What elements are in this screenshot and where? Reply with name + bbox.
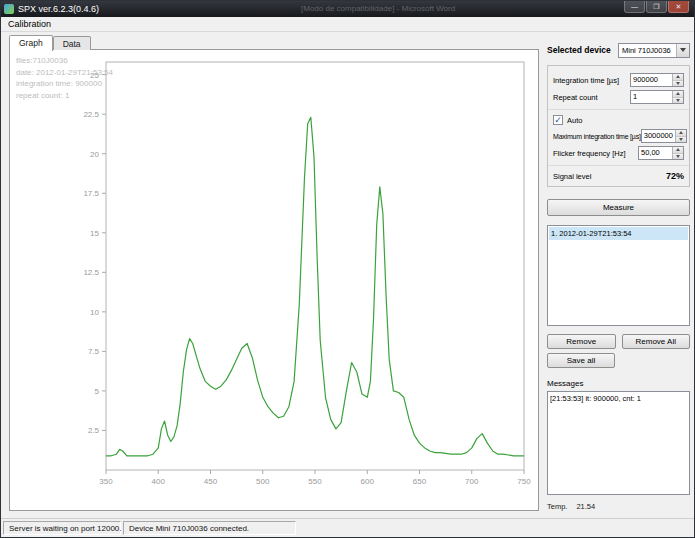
window-controls: — ❐ ✕ — [623, 1, 689, 13]
flicker-frequency-row: Flicker frequency [Hz] 50,00 — [553, 146, 684, 160]
menu-bar: Calibration — [1, 17, 694, 32]
repeat-count-label: Repeat count — [553, 93, 598, 102]
app-window: SPX ver.6.2.3(0.4.6) [Modo de compatibil… — [0, 0, 695, 538]
svg-text:2.5: 2.5 — [88, 426, 100, 435]
measurement-annotation: files:710J0036 date: 2012-01-29T21:53:54… — [16, 55, 113, 101]
device-select[interactable]: Mini 710J0036 — [618, 43, 690, 58]
integration-time-spinner[interactable]: 900000 — [630, 73, 684, 87]
status-server: Server is waiting on port 12000. — [3, 521, 121, 535]
flicker-frequency-spinner[interactable]: 50,00 — [638, 146, 684, 160]
control-panel: Selected device Mini 710J0036 Integratio… — [547, 42, 690, 511]
auto-label: Auto — [567, 116, 582, 125]
annotation-file: files:710J0036 — [16, 55, 113, 67]
spin-down-icon[interactable] — [673, 98, 683, 104]
svg-text:650: 650 — [413, 477, 427, 486]
signal-level-label: Signal level — [553, 172, 591, 181]
messages-label: Messages — [547, 379, 690, 388]
window-title: SPX ver.6.2.3(0.4.6) — [18, 4, 99, 14]
svg-text:400: 400 — [152, 477, 166, 486]
spin-down-icon[interactable] — [673, 154, 683, 160]
auto-row: ✓ Auto — [553, 115, 684, 125]
divider — [548, 165, 689, 166]
svg-text:450: 450 — [204, 477, 218, 486]
svg-text:550: 550 — [308, 477, 322, 486]
svg-text:600: 600 — [361, 477, 375, 486]
acquisition-settings-group: Integration time [µs] 900000 Repeat coun… — [547, 65, 690, 187]
app-icon — [4, 4, 14, 14]
minimize-button[interactable]: — — [624, 1, 645, 13]
svg-text:12.5: 12.5 — [83, 268, 99, 277]
repeat-count-spinner[interactable]: 1 — [630, 90, 684, 104]
remove-button[interactable]: Remove — [547, 334, 616, 349]
annotation-repeat-count: repeat count: 1 — [16, 90, 113, 102]
measurement-list[interactable]: 1. 2012-01-29T21:53:54 — [547, 225, 690, 326]
tab-graph[interactable]: Graph — [9, 35, 53, 51]
close-button[interactable]: ✕ — [668, 1, 689, 13]
divider — [548, 109, 689, 110]
svg-text:20: 20 — [90, 150, 99, 159]
list-buttons-row: Remove Remove All — [547, 334, 690, 349]
integration-time-label: Integration time [µs] — [553, 76, 619, 85]
status-bar: Server is waiting on port 12000. Device … — [1, 518, 694, 537]
spectrum-chart[interactable]: 3504004505005506006507007502.557.51012.5… — [10, 50, 538, 510]
signal-level-value: 72% — [666, 171, 684, 181]
svg-text:350: 350 — [99, 477, 113, 486]
status-device: Device Mini 710J0036 connected. — [123, 521, 296, 535]
list-item[interactable]: 1. 2012-01-29T21:53:54 — [549, 227, 688, 240]
max-integration-row: Maximum integration time [µs] 3000000 — [553, 129, 684, 143]
chevron-down-icon[interactable] — [676, 44, 689, 57]
spinner-arrows — [672, 147, 683, 159]
maximize-button[interactable]: ❐ — [646, 1, 667, 13]
messages-box[interactable]: [21:53:53] it: 900000, cnt: 1 — [547, 391, 690, 495]
spinner-arrows — [672, 74, 683, 86]
save-all-button[interactable]: Save all — [547, 353, 615, 368]
temp-value: 21.54 — [576, 502, 595, 511]
spinner-arrows — [675, 130, 686, 142]
flicker-frequency-input[interactable]: 50,00 — [639, 147, 672, 159]
svg-text:5: 5 — [95, 387, 100, 396]
svg-text:750: 750 — [517, 477, 531, 486]
annotation-date: date: 2012-01-29T21:53:54 — [16, 67, 113, 79]
repeat-count-row: Repeat count 1 — [553, 90, 684, 104]
annotation-integration-time: integration time: 900000 — [16, 78, 113, 90]
tab-strip: Graph Data — [9, 34, 91, 50]
svg-text:7.5: 7.5 — [88, 347, 100, 356]
max-integration-label: Maximum integration time [µs] — [553, 133, 641, 140]
background-window-title: [Modo de compatibilidade] - Microsoft Wo… — [301, 4, 455, 13]
integration-time-input[interactable]: 900000 — [631, 74, 672, 86]
max-integration-spinner[interactable]: 3000000 — [641, 129, 687, 143]
selected-device-label: Selected device — [547, 45, 611, 55]
spinner-arrows — [672, 91, 683, 103]
svg-text:22.5: 22.5 — [83, 110, 99, 119]
spin-down-icon[interactable] — [676, 137, 686, 143]
flicker-frequency-label: Flicker frequency [Hz] — [553, 149, 626, 158]
title-bar[interactable]: SPX ver.6.2.3(0.4.6) [Modo de compatibil… — [1, 1, 694, 17]
temperature-row: Temp. 21.54 — [547, 502, 690, 511]
repeat-count-input[interactable]: 1 — [631, 91, 672, 103]
auto-checkbox[interactable]: ✓ — [553, 115, 563, 125]
max-integration-input[interactable]: 3000000 — [642, 130, 675, 142]
message-line: [21:53:53] it: 900000, cnt: 1 — [550, 394, 687, 403]
device-select-value: Mini 710J0036 — [619, 46, 676, 55]
measure-button[interactable]: Measure — [547, 199, 690, 216]
integration-time-row: Integration time [µs] 900000 — [553, 73, 684, 87]
check-icon: ✓ — [554, 116, 562, 125]
temp-label: Temp. — [547, 502, 567, 511]
tab-data[interactable]: Data — [53, 36, 91, 50]
graph-panel: files:710J0036 date: 2012-01-29T21:53:54… — [9, 49, 539, 511]
signal-level-row: Signal level 72% — [553, 171, 684, 181]
svg-text:15: 15 — [90, 229, 99, 238]
device-row: Selected device Mini 710J0036 — [547, 42, 690, 58]
svg-text:500: 500 — [256, 477, 270, 486]
menu-calibration[interactable]: Calibration — [1, 19, 58, 29]
remove-all-button[interactable]: Remove All — [622, 334, 691, 349]
svg-text:17.5: 17.5 — [83, 189, 99, 198]
svg-text:10: 10 — [90, 308, 99, 317]
spin-down-icon[interactable] — [673, 81, 683, 87]
svg-text:700: 700 — [465, 477, 479, 486]
